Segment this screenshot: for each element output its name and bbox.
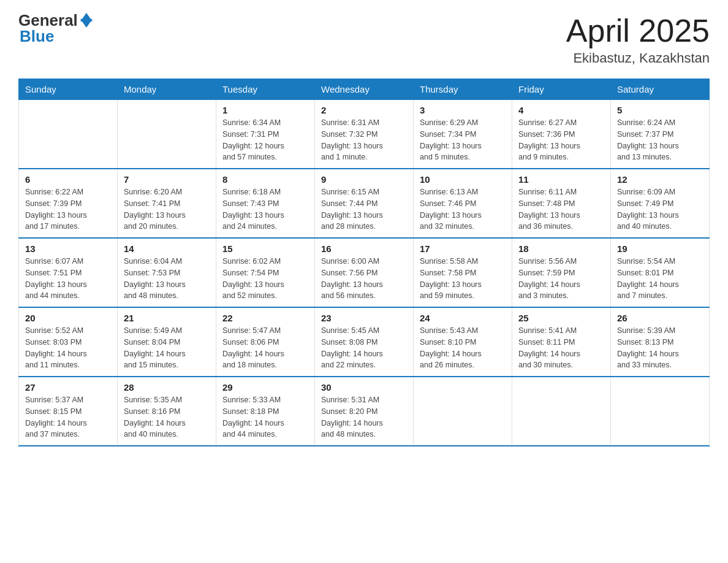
day-number: 20 <box>25 313 111 323</box>
day-number: 26 <box>617 313 703 323</box>
header-friday: Friday <box>512 79 611 100</box>
day-info: Sunrise: 6:09 AM Sunset: 7:49 PM Dayligh… <box>617 186 703 232</box>
calendar-cell: 27Sunrise: 5:37 AM Sunset: 8:15 PM Dayli… <box>19 377 118 446</box>
day-info: Sunrise: 5:56 AM Sunset: 7:59 PM Dayligh… <box>518 256 604 302</box>
calendar-cell: 12Sunrise: 6:09 AM Sunset: 7:49 PM Dayli… <box>611 169 710 238</box>
day-info: Sunrise: 6:34 AM Sunset: 7:31 PM Dayligh… <box>222 117 308 163</box>
logo-block: General Blue <box>18 12 93 44</box>
day-number: 6 <box>25 174 111 185</box>
calendar-cell: 29Sunrise: 5:33 AM Sunset: 8:18 PM Dayli… <box>216 377 315 446</box>
day-info: Sunrise: 6:22 AM Sunset: 7:39 PM Dayligh… <box>25 186 111 232</box>
calendar-cell: 19Sunrise: 5:54 AM Sunset: 8:01 PM Dayli… <box>611 238 710 307</box>
day-number: 5 <box>617 105 703 115</box>
day-number: 21 <box>124 313 210 323</box>
day-number: 11 <box>518 174 604 185</box>
day-info: Sunrise: 6:04 AM Sunset: 7:53 PM Dayligh… <box>124 256 210 302</box>
day-number: 27 <box>25 382 111 393</box>
day-info: Sunrise: 5:58 AM Sunset: 7:58 PM Dayligh… <box>420 256 506 302</box>
day-info: Sunrise: 6:24 AM Sunset: 7:37 PM Dayligh… <box>617 117 703 163</box>
calendar-cell: 13Sunrise: 6:07 AM Sunset: 7:51 PM Dayli… <box>19 238 118 307</box>
day-number: 18 <box>518 243 604 254</box>
day-number: 16 <box>321 243 407 254</box>
calendar-table: SundayMondayTuesdayWednesdayThursdayFrid… <box>18 79 710 446</box>
week-row-4: 20Sunrise: 5:52 AM Sunset: 8:03 PM Dayli… <box>19 307 710 377</box>
day-number: 29 <box>222 382 308 393</box>
header-thursday: Thursday <box>414 79 512 100</box>
calendar-cell <box>19 100 118 169</box>
day-info: Sunrise: 6:02 AM Sunset: 7:54 PM Dayligh… <box>222 256 308 302</box>
day-number: 30 <box>321 382 407 393</box>
calendar-cell <box>118 100 216 169</box>
day-info: Sunrise: 6:29 AM Sunset: 7:34 PM Dayligh… <box>420 117 506 163</box>
logo: General Blue <box>18 12 93 44</box>
day-info: Sunrise: 5:45 AM Sunset: 8:08 PM Dayligh… <box>321 325 407 371</box>
calendar-cell: 9Sunrise: 6:15 AM Sunset: 7:44 PM Daylig… <box>315 169 414 238</box>
calendar-cell: 2Sunrise: 6:31 AM Sunset: 7:32 PM Daylig… <box>315 100 414 169</box>
day-number: 3 <box>420 105 506 115</box>
day-info: Sunrise: 5:35 AM Sunset: 8:16 PM Dayligh… <box>124 394 210 440</box>
calendar-cell: 15Sunrise: 6:02 AM Sunset: 7:54 PM Dayli… <box>216 238 315 307</box>
calendar-cell: 5Sunrise: 6:24 AM Sunset: 7:37 PM Daylig… <box>611 100 710 169</box>
page-header: General Blue April 2025 Ekibastuz, Kazak… <box>18 12 710 66</box>
day-number: 19 <box>617 243 703 254</box>
title-area: April 2025 Ekibastuz, Kazakhstan <box>566 12 710 66</box>
calendar-cell: 21Sunrise: 5:49 AM Sunset: 8:04 PM Dayli… <box>118 307 216 377</box>
day-number: 8 <box>222 174 308 185</box>
calendar-cell: 6Sunrise: 6:22 AM Sunset: 7:39 PM Daylig… <box>19 169 118 238</box>
day-info: Sunrise: 5:37 AM Sunset: 8:15 PM Dayligh… <box>25 394 111 440</box>
day-number: 25 <box>518 313 604 323</box>
calendar-cell: 25Sunrise: 5:41 AM Sunset: 8:11 PM Dayli… <box>512 307 611 377</box>
day-info: Sunrise: 5:33 AM Sunset: 8:18 PM Dayligh… <box>222 394 308 440</box>
header-saturday: Saturday <box>611 79 710 100</box>
month-title: April 2025 <box>566 12 710 49</box>
day-number: 2 <box>321 105 407 115</box>
header-monday: Monday <box>118 79 216 100</box>
calendar-cell: 23Sunrise: 5:45 AM Sunset: 8:08 PM Dayli… <box>315 307 414 377</box>
day-number: 23 <box>321 313 407 323</box>
calendar-cell: 11Sunrise: 6:11 AM Sunset: 7:48 PM Dayli… <box>512 169 611 238</box>
calendar-cell: 20Sunrise: 5:52 AM Sunset: 8:03 PM Dayli… <box>19 307 118 377</box>
day-info: Sunrise: 5:54 AM Sunset: 8:01 PM Dayligh… <box>617 256 703 302</box>
calendar-cell: 3Sunrise: 6:29 AM Sunset: 7:34 PM Daylig… <box>414 100 512 169</box>
calendar-cell <box>414 377 512 446</box>
calendar-cell: 24Sunrise: 5:43 AM Sunset: 8:10 PM Dayli… <box>414 307 512 377</box>
calendar-cell: 30Sunrise: 5:31 AM Sunset: 8:20 PM Dayli… <box>315 377 414 446</box>
day-info: Sunrise: 6:00 AM Sunset: 7:56 PM Dayligh… <box>321 256 407 302</box>
calendar-cell <box>611 377 710 446</box>
calendar-cell <box>512 377 611 446</box>
day-number: 1 <box>222 105 308 115</box>
header-sunday: Sunday <box>19 79 118 100</box>
day-number: 4 <box>518 105 604 115</box>
calendar-header-row: SundayMondayTuesdayWednesdayThursdayFrid… <box>19 79 710 100</box>
day-number: 17 <box>420 243 506 254</box>
calendar-cell: 18Sunrise: 5:56 AM Sunset: 7:59 PM Dayli… <box>512 238 611 307</box>
day-number: 13 <box>25 243 111 254</box>
day-number: 12 <box>617 174 703 185</box>
week-row-3: 13Sunrise: 6:07 AM Sunset: 7:51 PM Dayli… <box>19 238 710 307</box>
calendar-cell: 4Sunrise: 6:27 AM Sunset: 7:36 PM Daylig… <box>512 100 611 169</box>
calendar-cell: 7Sunrise: 6:20 AM Sunset: 7:41 PM Daylig… <box>118 169 216 238</box>
day-info: Sunrise: 6:27 AM Sunset: 7:36 PM Dayligh… <box>518 117 604 163</box>
week-row-5: 27Sunrise: 5:37 AM Sunset: 8:15 PM Dayli… <box>19 377 710 446</box>
calendar-cell: 8Sunrise: 6:18 AM Sunset: 7:43 PM Daylig… <box>216 169 315 238</box>
header-wednesday: Wednesday <box>315 79 414 100</box>
day-info: Sunrise: 5:39 AM Sunset: 8:13 PM Dayligh… <box>617 325 703 371</box>
day-number: 15 <box>222 243 308 254</box>
calendar-cell: 10Sunrise: 6:13 AM Sunset: 7:46 PM Dayli… <box>414 169 512 238</box>
calendar-cell: 26Sunrise: 5:39 AM Sunset: 8:13 PM Dayli… <box>611 307 710 377</box>
day-info: Sunrise: 6:31 AM Sunset: 7:32 PM Dayligh… <box>321 117 407 163</box>
day-info: Sunrise: 5:47 AM Sunset: 8:06 PM Dayligh… <box>222 325 308 371</box>
calendar-cell: 17Sunrise: 5:58 AM Sunset: 7:58 PM Dayli… <box>414 238 512 307</box>
day-number: 22 <box>222 313 308 323</box>
day-info: Sunrise: 6:13 AM Sunset: 7:46 PM Dayligh… <box>420 186 506 232</box>
day-info: Sunrise: 6:15 AM Sunset: 7:44 PM Dayligh… <box>321 186 407 232</box>
week-row-2: 6Sunrise: 6:22 AM Sunset: 7:39 PM Daylig… <box>19 169 710 238</box>
calendar-cell: 1Sunrise: 6:34 AM Sunset: 7:31 PM Daylig… <box>216 100 315 169</box>
day-info: Sunrise: 5:52 AM Sunset: 8:03 PM Dayligh… <box>25 325 111 371</box>
day-info: Sunrise: 6:07 AM Sunset: 7:51 PM Dayligh… <box>25 256 111 302</box>
calendar-cell: 22Sunrise: 5:47 AM Sunset: 8:06 PM Dayli… <box>216 307 315 377</box>
day-number: 24 <box>420 313 506 323</box>
day-number: 7 <box>124 174 210 185</box>
calendar-cell: 14Sunrise: 6:04 AM Sunset: 7:53 PM Dayli… <box>118 238 216 307</box>
day-info: Sunrise: 5:31 AM Sunset: 8:20 PM Dayligh… <box>321 394 407 440</box>
